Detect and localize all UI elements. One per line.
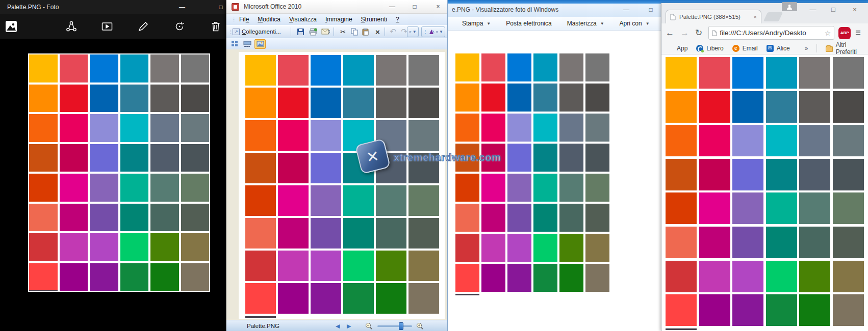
palette-swatch [29,204,58,232]
delete-trash-icon[interactable] [210,20,222,33]
viewer-menu-posta-elettronica[interactable]: Posta elettronica [506,20,551,27]
viewer-window-title: e.PNG - Visualizzatore foto di Windows [452,4,558,16]
cut-button[interactable]: ✂ [339,27,347,36]
slideshow-icon[interactable] [101,20,113,33]
minimize-button[interactable]: — [170,0,194,14]
delete-button[interactable]: × [373,27,382,36]
bookmarks-overflow-chevron[interactable]: » [805,45,808,52]
palette-swatch [245,185,276,216]
email-icon: e [732,45,739,52]
toolbar-options-button[interactable]: »▼ [407,26,418,37]
reload-button[interactable]: ↻ [695,27,702,38]
palette-swatch [278,153,309,183]
window-photos-app: Palette.PNG - Foto — □ [0,0,226,331]
bookmark-label: App [677,45,687,52]
single-picture-view-button[interactable] [254,39,266,49]
palette-swatch [181,174,210,202]
office-menu-strumenti[interactable]: Strumenti [361,16,387,23]
new-tab-button[interactable] [763,12,783,21]
palette-swatch [245,55,276,86]
palette-swatch [533,234,557,262]
window-chrome-browser: — □ × Palette.PNG (388×515) × ← → ↻ file… [661,3,868,331]
print-button[interactable] [309,27,317,36]
browser-tab[interactable]: Palette.PNG (388×515) × [666,10,761,23]
other-bookmarks-folder[interactable]: Altri Preferiti [826,41,863,56]
bookmark-email[interactable]: eEmail [732,45,758,52]
palette-swatch [29,85,58,113]
viewer-menu-apri-con[interactable]: Apri con▼ [620,20,650,27]
tab-close-icon[interactable]: × [754,14,757,20]
browser-menu-icon[interactable]: ≡ [855,27,861,38]
maximize-button[interactable]: □ [824,3,843,16]
minimize-button[interactable]: — [384,0,401,14]
copy-button[interactable] [351,27,358,36]
palette-swatch [666,294,697,326]
back-button[interactable]: ← [666,28,674,38]
bookmark-star-icon[interactable]: ☆ [825,29,831,37]
palette-swatch [585,84,609,112]
palette-swatch [311,251,341,281]
bookmark-label: Libero [706,45,723,52]
maximize-button[interactable]: □ [642,4,659,16]
zoom-slider-track[interactable] [377,325,412,327]
palette-swatch [833,57,864,89]
maximize-button[interactable]: □ [406,0,423,14]
links-button[interactable]: ↗ Collegamenti... [233,27,281,36]
palette-swatch [455,53,479,81]
zoom-in-button[interactable] [416,322,423,329]
palette-swatch [60,54,88,82]
next-image-button[interactable]: ▶ [347,320,351,331]
edit-pictures-mini-toolbar[interactable]: ⋮ »▼ [421,26,445,37]
palette-swatch [120,263,149,291]
palette-swatch [90,174,118,202]
save-button[interactable] [297,27,304,36]
office-menu-visualizza[interactable]: Visualizza [289,16,317,23]
zoom-slider-thumb[interactable] [399,322,403,330]
adblock-plus-icon[interactable]: ABP [838,27,851,39]
thumbnail-view-button[interactable] [229,39,240,49]
bookmark-libero[interactable]: Libero [696,45,723,52]
office-titlebar[interactable]: Microsoft Office 2010 — □ × [226,0,447,14]
office-menu-file[interactable]: File [239,16,249,23]
mail-button[interactable] [321,27,330,36]
palette-swatch [699,91,730,123]
viewer-menu-stampa[interactable]: Stampa▼ [462,20,491,27]
palette-swatch [533,114,557,142]
palette-swatch [150,233,179,261]
palette-swatch [90,114,118,142]
previous-image-button[interactable]: ◀ [336,320,340,331]
close-button[interactable]: × [429,0,447,14]
palette-swatch [481,264,505,292]
see-all-photos-icon[interactable] [5,20,17,33]
photos-titlebar[interactable]: Palette.PNG - Foto — □ [0,0,226,14]
forward-button[interactable]: → [680,28,689,38]
paste-button[interactable] [362,27,369,36]
close-button[interactable]: × [845,3,864,16]
office-menu-immagine[interactable]: Immagine [325,16,352,23]
palette-swatch [585,174,609,202]
office-menu-?[interactable]: ? [396,16,399,23]
undo-button[interactable]: ↶ [389,27,397,36]
edit-pencil-icon[interactable] [137,20,149,33]
minimize-button[interactable]: — [803,3,823,16]
address-bar[interactable]: file:///C:/Users/Andry/Deskto ☆ [708,26,834,40]
palette-swatch [699,159,730,190]
profile-button[interactable] [782,2,797,11]
palette-swatch [29,233,58,261]
palette-swatch [455,174,479,202]
palette-swatch [60,114,88,142]
palette-swatch [799,159,830,190]
bookmark-app[interactable]: App [667,45,687,52]
palette-swatch [585,204,609,232]
share-icon[interactable] [65,20,78,33]
viewer-menu-masterizza[interactable]: Masterizza▼ [567,20,604,27]
minimize-button[interactable]: — [618,4,635,16]
filmstrip-view-button[interactable] [242,39,253,49]
bookmark-alice[interactable]: ✉Alice [767,45,790,52]
office-menu-modifica[interactable]: Modifica [258,16,280,23]
rotate-icon[interactable] [173,20,186,33]
palette-row9-edge [245,316,276,318]
palette-swatch [732,294,763,326]
zoom-out-button[interactable] [365,322,372,329]
palette-row9-edge [29,290,58,291]
